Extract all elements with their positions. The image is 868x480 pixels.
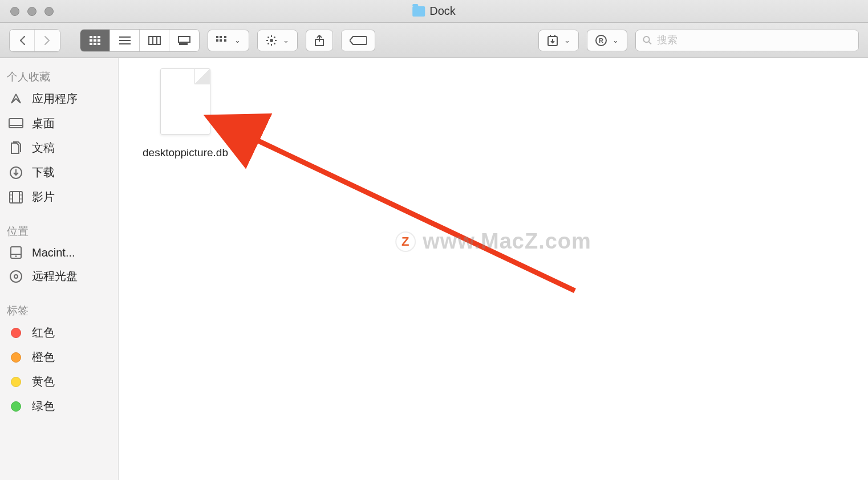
chevron-down-icon: ⌄ bbox=[613, 36, 619, 44]
sidebar-item-downloads[interactable]: 下载 bbox=[0, 160, 118, 185]
watermark-text: www.MacZ.com bbox=[423, 229, 591, 254]
titlebar: Dock bbox=[0, 0, 868, 23]
svg-rect-22 bbox=[220, 39, 222, 42]
sidebar-item-remote-disc[interactable]: 远程光盘 bbox=[0, 264, 118, 288]
svg-line-39 bbox=[649, 42, 651, 44]
movies-icon bbox=[8, 190, 24, 204]
svg-rect-19 bbox=[216, 36, 218, 38]
tag-dot-icon bbox=[8, 400, 24, 413]
sidebar-item-label: 红色 bbox=[32, 325, 55, 340]
sidebar-item-desktop[interactable]: 桌面 bbox=[0, 111, 118, 136]
svg-point-52 bbox=[15, 255, 17, 257]
hdd-icon bbox=[8, 246, 24, 259]
sidebar-tag-yellow[interactable]: 黄色 bbox=[0, 369, 118, 394]
sidebar-header-favorites: 个人收藏 bbox=[0, 65, 118, 87]
dropbox-button[interactable]: ⌄ bbox=[538, 30, 579, 51]
sidebar-item-label: 桌面 bbox=[32, 116, 55, 131]
action-button[interactable]: ⌄ bbox=[257, 30, 298, 51]
sidebar-item-label: 文稿 bbox=[32, 140, 55, 156]
sidebar-item-movies[interactable]: 影片 bbox=[0, 185, 118, 209]
chevron-down-icon: ⌄ bbox=[234, 36, 241, 44]
svg-line-33 bbox=[274, 36, 275, 38]
sidebar-item-applications[interactable]: 应用程序 bbox=[0, 87, 118, 111]
content-area[interactable]: desktoppicture.db Z www.MacZ.com bbox=[119, 58, 868, 480]
svg-rect-12 bbox=[149, 36, 160, 44]
window-title: Dock bbox=[412, 5, 456, 18]
file-name: desktoppicture.db bbox=[143, 145, 228, 161]
navigation-buttons bbox=[9, 29, 60, 52]
svg-point-54 bbox=[14, 275, 18, 278]
svg-rect-24 bbox=[224, 39, 226, 42]
view-mode-group bbox=[80, 29, 200, 52]
sidebar-item-label: 下载 bbox=[32, 165, 55, 180]
sidebar: 个人收藏 应用程序 桌面 文稿 下载 bbox=[0, 58, 119, 480]
svg-point-38 bbox=[643, 36, 649, 42]
list-view-button[interactable] bbox=[110, 30, 140, 51]
svg-rect-18 bbox=[185, 43, 187, 44]
svg-line-55 bbox=[250, 137, 575, 291]
search-input[interactable] bbox=[657, 34, 851, 46]
sidebar-item-macintosh-hd[interactable]: Macint... bbox=[0, 241, 118, 264]
desktop-icon bbox=[8, 117, 24, 131]
sidebar-tag-green[interactable]: 绿色 bbox=[0, 394, 118, 418]
sidebar-item-label: 影片 bbox=[32, 189, 55, 205]
svg-rect-23 bbox=[224, 36, 226, 38]
documents-icon bbox=[8, 141, 24, 155]
svg-rect-43 bbox=[10, 192, 22, 203]
svg-rect-20 bbox=[220, 36, 222, 38]
chevron-down-icon: ⌄ bbox=[564, 36, 570, 44]
app-icon bbox=[8, 92, 24, 106]
svg-rect-1 bbox=[94, 36, 96, 38]
sidebar-item-label: 绿色 bbox=[32, 398, 55, 414]
svg-line-31 bbox=[274, 43, 275, 44]
svg-rect-5 bbox=[98, 39, 100, 42]
svg-line-30 bbox=[268, 36, 269, 38]
sidebar-item-label: Macint... bbox=[32, 246, 75, 259]
toolbar: ⌄ ⌄ ⌄ R ⌄ bbox=[0, 23, 868, 58]
sidebar-item-label: 橙色 bbox=[32, 349, 55, 365]
close-window[interactable] bbox=[10, 7, 19, 16]
minimize-window[interactable] bbox=[27, 7, 36, 16]
svg-rect-7 bbox=[94, 43, 96, 45]
share-button[interactable] bbox=[306, 30, 333, 51]
sidebar-item-label: 黄色 bbox=[32, 374, 55, 389]
traffic-lights bbox=[0, 7, 54, 16]
svg-rect-17 bbox=[182, 43, 184, 44]
icon-view-button[interactable] bbox=[80, 30, 110, 51]
svg-rect-16 bbox=[180, 43, 181, 44]
svg-rect-15 bbox=[179, 36, 190, 42]
tag-dot-icon bbox=[8, 326, 24, 340]
group-by-button[interactable]: ⌄ bbox=[208, 30, 249, 51]
sidebar-item-documents[interactable]: 文稿 bbox=[0, 136, 118, 160]
sidebar-header-locations: 位置 bbox=[0, 219, 118, 241]
sidebar-item-label: 应用程序 bbox=[32, 91, 78, 107]
svg-rect-4 bbox=[94, 39, 96, 42]
svg-rect-3 bbox=[90, 39, 92, 42]
search-box[interactable] bbox=[635, 30, 859, 51]
svg-rect-8 bbox=[98, 43, 100, 45]
column-view-button[interactable] bbox=[140, 30, 169, 51]
sidebar-header-tags: 标签 bbox=[0, 299, 118, 320]
folder-icon bbox=[412, 6, 425, 17]
tag-dot-icon bbox=[8, 351, 24, 364]
svg-point-25 bbox=[270, 39, 273, 42]
registered-button[interactable]: R ⌄ bbox=[587, 30, 627, 51]
file-icon bbox=[160, 68, 210, 135]
search-icon bbox=[643, 35, 652, 46]
svg-text:R: R bbox=[599, 37, 603, 44]
back-button[interactable] bbox=[10, 30, 35, 51]
watermark: Z www.MacZ.com bbox=[395, 229, 591, 254]
forward-button[interactable] bbox=[35, 30, 60, 51]
sidebar-tag-red[interactable]: 红色 bbox=[0, 320, 118, 345]
svg-rect-0 bbox=[90, 36, 92, 38]
svg-rect-6 bbox=[90, 43, 92, 45]
tag-dot-icon bbox=[8, 375, 24, 389]
gallery-view-button[interactable] bbox=[169, 30, 199, 51]
edit-tags-button[interactable] bbox=[341, 30, 375, 51]
sidebar-tag-orange[interactable]: 橙色 bbox=[0, 345, 118, 369]
file-item[interactable]: desktoppicture.db bbox=[131, 68, 240, 161]
main: 个人收藏 应用程序 桌面 文稿 下载 bbox=[0, 58, 868, 480]
zoom-window[interactable] bbox=[44, 7, 54, 16]
svg-line-32 bbox=[268, 43, 269, 44]
disc-icon bbox=[8, 270, 24, 283]
